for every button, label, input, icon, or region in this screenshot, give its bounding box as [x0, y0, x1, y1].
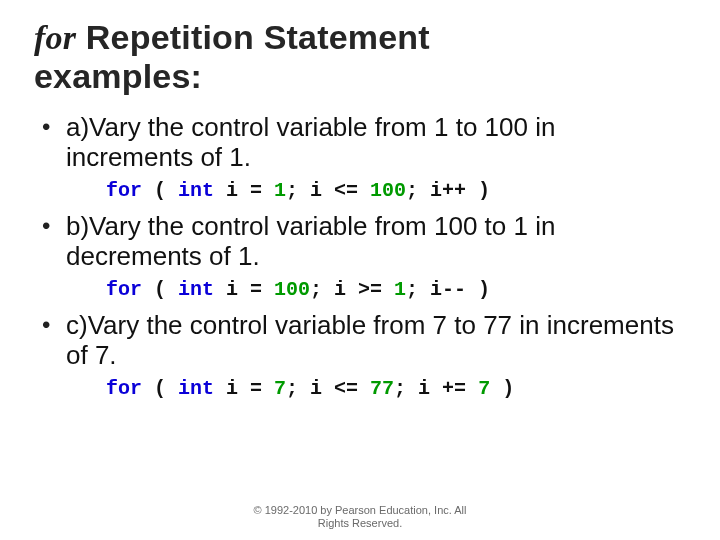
code-text: ; i <= — [286, 179, 370, 202]
footer-line-1: © 1992-2010 by Pearson Education, Inc. A… — [254, 504, 467, 516]
code-text: ( — [142, 179, 178, 202]
footer: © 1992-2010 by Pearson Education, Inc. A… — [0, 504, 720, 530]
code-text: ( — [142, 278, 178, 301]
item-code: for ( int i = 1; i <= 100; i++ ) — [106, 179, 686, 202]
code-text: i = — [214, 377, 274, 400]
code-keyword: for — [106, 278, 142, 301]
code-text: i = — [214, 278, 274, 301]
code-keyword: for — [106, 377, 142, 400]
list-item: b)Vary the control variable from 100 to … — [36, 212, 686, 301]
item-code: for ( int i = 100; i >= 1; i-- ) — [106, 278, 686, 301]
code-text: ; i-- ) — [406, 278, 490, 301]
code-number: 77 — [370, 377, 394, 400]
code-text: ( — [142, 377, 178, 400]
slide: for Repetition Statement examples: a)Var… — [0, 0, 720, 540]
bullet-list: a)Vary the control variable from 1 to 10… — [34, 113, 686, 399]
code-number: 7 — [274, 377, 286, 400]
title-keyword: for — [34, 19, 76, 56]
item-desc: b)Vary the control variable from 100 to … — [66, 212, 686, 272]
title-line-2: examples: — [34, 57, 202, 95]
code-text: ; i += — [394, 377, 478, 400]
code-number: 100 — [274, 278, 310, 301]
code-keyword: for — [106, 179, 142, 202]
code-keyword: int — [178, 377, 214, 400]
title-rest-1: Repetition Statement — [76, 18, 430, 56]
code-text: i = — [214, 179, 274, 202]
code-number: 100 — [370, 179, 406, 202]
code-text: ; i <= — [286, 377, 370, 400]
list-item: a)Vary the control variable from 1 to 10… — [36, 113, 686, 202]
code-number: 1 — [394, 278, 406, 301]
code-number: 1 — [274, 179, 286, 202]
item-code: for ( int i = 7; i <= 77; i += 7 ) — [106, 377, 686, 400]
footer-line-2: Rights Reserved. — [318, 517, 402, 529]
list-item: c)Vary the control variable from 7 to 77… — [36, 311, 686, 400]
code-text: ; i >= — [310, 278, 394, 301]
code-text: ) — [490, 377, 514, 400]
code-keyword: int — [178, 278, 214, 301]
slide-title: for Repetition Statement examples: — [34, 18, 686, 95]
item-desc: a)Vary the control variable from 1 to 10… — [66, 113, 686, 173]
code-keyword: int — [178, 179, 214, 202]
item-desc: c)Vary the control variable from 7 to 77… — [66, 311, 686, 371]
code-text: ; i++ ) — [406, 179, 490, 202]
code-number: 7 — [478, 377, 490, 400]
